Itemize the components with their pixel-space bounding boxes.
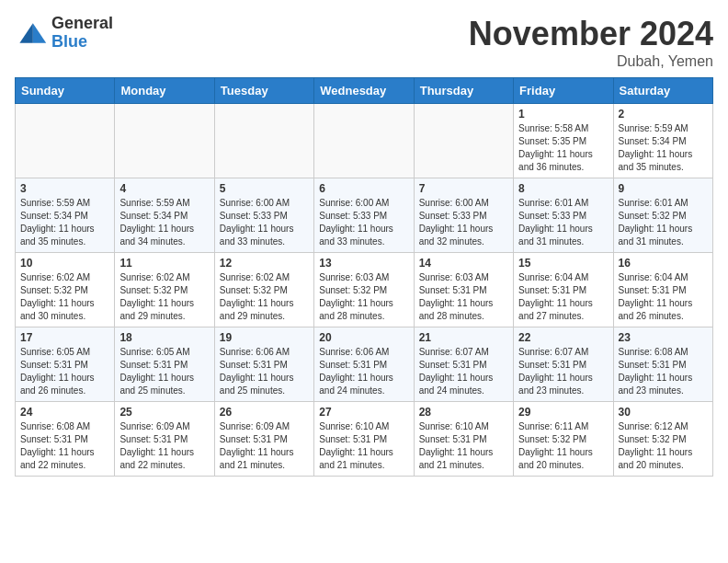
day-number: 29 xyxy=(518,406,608,419)
calendar-cell xyxy=(414,104,513,178)
day-info: Sunrise: 6:02 AM Sunset: 5:32 PM Dayligh… xyxy=(220,271,309,323)
day-info: Sunrise: 6:04 AM Sunset: 5:31 PM Dayligh… xyxy=(619,271,708,323)
calendar-cell xyxy=(214,104,313,178)
calendar-cell: 15Sunrise: 6:04 AM Sunset: 5:31 PM Dayli… xyxy=(514,253,613,327)
logo: General Blue xyxy=(15,15,113,52)
day-info: Sunrise: 6:02 AM Sunset: 5:32 PM Dayligh… xyxy=(119,271,209,323)
calendar-cell: 28Sunrise: 6:10 AM Sunset: 5:31 PM Dayli… xyxy=(414,402,513,477)
day-info: Sunrise: 6:07 AM Sunset: 5:31 PM Dayligh… xyxy=(518,346,608,397)
calendar-cell: 7Sunrise: 6:00 AM Sunset: 5:33 PM Daylig… xyxy=(414,178,513,253)
calendar-cell: 13Sunrise: 6:03 AM Sunset: 5:32 PM Dayli… xyxy=(314,253,414,327)
day-number: 22 xyxy=(518,331,608,344)
calendar-week-row: 3Sunrise: 5:59 AM Sunset: 5:34 PM Daylig… xyxy=(16,178,713,253)
calendar-cell xyxy=(314,104,414,178)
day-info: Sunrise: 6:06 AM Sunset: 5:31 PM Dayligh… xyxy=(220,346,309,397)
calendar-cell: 20Sunrise: 6:06 AM Sunset: 5:31 PM Dayli… xyxy=(314,327,414,402)
calendar-cell: 19Sunrise: 6:06 AM Sunset: 5:31 PM Dayli… xyxy=(214,327,313,402)
day-info: Sunrise: 6:03 AM Sunset: 5:31 PM Dayligh… xyxy=(419,271,508,323)
calendar-cell: 1Sunrise: 5:58 AM Sunset: 5:35 PM Daylig… xyxy=(514,104,613,178)
weekday-header: Saturday xyxy=(613,78,712,104)
logo-text: General Blue xyxy=(51,15,113,52)
day-info: Sunrise: 6:01 AM Sunset: 5:33 PM Dayligh… xyxy=(518,197,608,248)
calendar-cell: 16Sunrise: 6:04 AM Sunset: 5:31 PM Dayli… xyxy=(613,253,712,327)
weekday-header: Tuesday xyxy=(214,78,313,104)
day-info: Sunrise: 5:59 AM Sunset: 5:34 PM Dayligh… xyxy=(119,197,209,248)
calendar-week-row: 17Sunrise: 6:05 AM Sunset: 5:31 PM Dayli… xyxy=(16,327,713,402)
day-info: Sunrise: 6:05 AM Sunset: 5:31 PM Dayligh… xyxy=(20,346,109,397)
day-number: 14 xyxy=(419,257,508,270)
calendar-cell: 9Sunrise: 6:01 AM Sunset: 5:32 PM Daylig… xyxy=(613,178,712,253)
day-info: Sunrise: 6:10 AM Sunset: 5:31 PM Dayligh… xyxy=(419,420,508,472)
title-block: November 2024 Dubah, Yemen xyxy=(469,15,713,70)
calendar-cell: 11Sunrise: 6:02 AM Sunset: 5:32 PM Dayli… xyxy=(115,253,214,327)
day-number: 4 xyxy=(119,182,209,195)
day-info: Sunrise: 6:00 AM Sunset: 5:33 PM Dayligh… xyxy=(220,197,309,248)
day-info: Sunrise: 5:58 AM Sunset: 5:35 PM Dayligh… xyxy=(518,122,608,174)
location: Dubah, Yemen xyxy=(469,53,713,70)
day-info: Sunrise: 5:59 AM Sunset: 5:34 PM Dayligh… xyxy=(619,122,708,174)
day-number: 19 xyxy=(220,331,309,344)
day-number: 26 xyxy=(220,406,309,419)
day-number: 16 xyxy=(619,257,708,270)
month-title: November 2024 xyxy=(469,15,713,53)
calendar-cell xyxy=(16,104,115,178)
calendar-cell: 25Sunrise: 6:09 AM Sunset: 5:31 PM Dayli… xyxy=(115,402,214,477)
logo-icon xyxy=(15,17,48,50)
weekday-header: Friday xyxy=(514,78,613,104)
day-info: Sunrise: 6:08 AM Sunset: 5:31 PM Dayligh… xyxy=(619,346,708,397)
calendar-cell: 12Sunrise: 6:02 AM Sunset: 5:32 PM Dayli… xyxy=(214,253,313,327)
svg-marker-0 xyxy=(33,23,46,43)
logo-general: General xyxy=(51,15,113,33)
day-number: 9 xyxy=(619,182,708,195)
calendar-cell: 24Sunrise: 6:08 AM Sunset: 5:31 PM Dayli… xyxy=(16,402,115,477)
day-info: Sunrise: 6:10 AM Sunset: 5:31 PM Dayligh… xyxy=(319,420,408,472)
day-info: Sunrise: 6:08 AM Sunset: 5:31 PM Dayligh… xyxy=(20,420,109,472)
calendar-cell: 3Sunrise: 5:59 AM Sunset: 5:34 PM Daylig… xyxy=(16,178,115,253)
day-info: Sunrise: 6:07 AM Sunset: 5:31 PM Dayligh… xyxy=(419,346,508,397)
day-number: 5 xyxy=(220,182,309,195)
day-number: 20 xyxy=(319,331,408,344)
day-number: 2 xyxy=(619,108,708,121)
day-info: Sunrise: 6:09 AM Sunset: 5:31 PM Dayligh… xyxy=(119,420,209,472)
calendar-table: SundayMondayTuesdayWednesdayThursdayFrid… xyxy=(15,77,713,477)
day-number: 17 xyxy=(20,331,109,344)
day-number: 23 xyxy=(619,331,708,344)
calendar-cell: 2Sunrise: 5:59 AM Sunset: 5:34 PM Daylig… xyxy=(613,104,712,178)
weekday-header: Thursday xyxy=(414,78,513,104)
day-number: 24 xyxy=(20,406,109,419)
day-info: Sunrise: 6:02 AM Sunset: 5:32 PM Dayligh… xyxy=(20,271,109,323)
day-number: 11 xyxy=(119,257,209,270)
calendar-cell: 14Sunrise: 6:03 AM Sunset: 5:31 PM Dayli… xyxy=(414,253,513,327)
logo-blue: Blue xyxy=(51,33,113,52)
calendar-week-row: 10Sunrise: 6:02 AM Sunset: 5:32 PM Dayli… xyxy=(16,253,713,327)
day-info: Sunrise: 5:59 AM Sunset: 5:34 PM Dayligh… xyxy=(20,197,109,248)
calendar-cell: 10Sunrise: 6:02 AM Sunset: 5:32 PM Dayli… xyxy=(16,253,115,327)
calendar-cell: 4Sunrise: 5:59 AM Sunset: 5:34 PM Daylig… xyxy=(115,178,214,253)
day-number: 7 xyxy=(419,182,508,195)
day-info: Sunrise: 6:00 AM Sunset: 5:33 PM Dayligh… xyxy=(319,197,408,248)
day-info: Sunrise: 6:00 AM Sunset: 5:33 PM Dayligh… xyxy=(419,197,508,248)
day-number: 8 xyxy=(518,182,608,195)
calendar-week-row: 1Sunrise: 5:58 AM Sunset: 5:35 PM Daylig… xyxy=(16,104,713,178)
day-info: Sunrise: 6:05 AM Sunset: 5:31 PM Dayligh… xyxy=(119,346,209,397)
day-info: Sunrise: 6:03 AM Sunset: 5:32 PM Dayligh… xyxy=(319,271,408,323)
day-number: 25 xyxy=(119,406,209,419)
weekday-header: Monday xyxy=(115,78,214,104)
day-info: Sunrise: 6:06 AM Sunset: 5:31 PM Dayligh… xyxy=(319,346,408,397)
day-number: 10 xyxy=(20,257,109,270)
calendar-cell: 23Sunrise: 6:08 AM Sunset: 5:31 PM Dayli… xyxy=(613,327,712,402)
calendar-cell: 22Sunrise: 6:07 AM Sunset: 5:31 PM Dayli… xyxy=(514,327,613,402)
calendar-cell xyxy=(115,104,214,178)
day-number: 28 xyxy=(419,406,508,419)
weekday-header-row: SundayMondayTuesdayWednesdayThursdayFrid… xyxy=(16,78,713,104)
day-info: Sunrise: 6:11 AM Sunset: 5:32 PM Dayligh… xyxy=(518,420,608,472)
day-info: Sunrise: 6:09 AM Sunset: 5:31 PM Dayligh… xyxy=(220,420,309,472)
day-number: 3 xyxy=(20,182,109,195)
day-number: 18 xyxy=(119,331,209,344)
day-info: Sunrise: 6:12 AM Sunset: 5:32 PM Dayligh… xyxy=(619,420,708,472)
day-number: 30 xyxy=(619,406,708,419)
day-number: 1 xyxy=(518,108,608,121)
day-number: 13 xyxy=(319,257,408,270)
page-header: General Blue November 2024 Dubah, Yemen xyxy=(15,15,713,70)
day-number: 27 xyxy=(319,406,408,419)
